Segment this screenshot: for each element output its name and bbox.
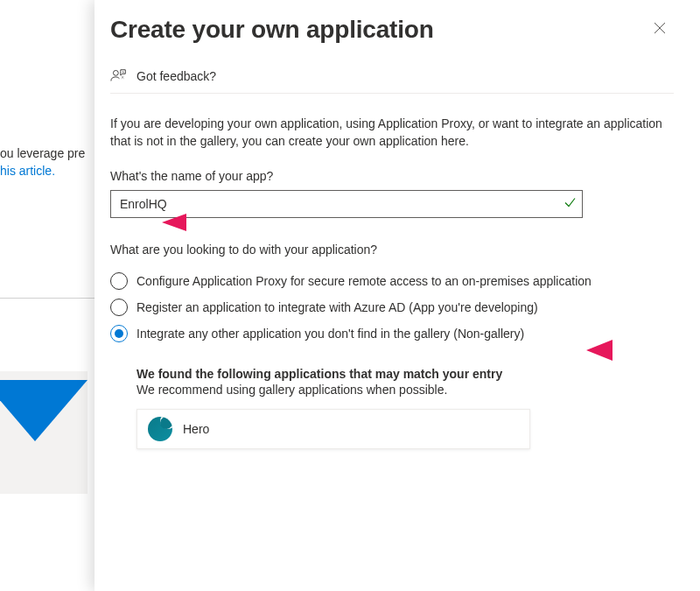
match-subtitle: We recommend using gallery applications … xyxy=(136,383,674,397)
background-tile-logo xyxy=(0,380,88,441)
app-name-input-wrap xyxy=(110,190,583,218)
background-text-line: ou leverage pre xyxy=(0,146,85,160)
panel-title: Create your own application xyxy=(110,16,434,44)
radio-register-app[interactable]: Register an application to integrate wit… xyxy=(110,299,674,316)
feedback-label: Got feedback? xyxy=(136,69,216,83)
purpose-radio-group: Configure Application Proxy for secure r… xyxy=(110,272,674,342)
checkmark-icon xyxy=(564,197,576,212)
background-content: ou leverage pre his article. xyxy=(0,0,101,591)
radio-non-gallery[interactable]: Integrate any other application you don'… xyxy=(110,325,674,342)
background-link[interactable]: his article. xyxy=(0,164,55,178)
create-app-panel: Create your own application Got feedback… xyxy=(94,0,700,591)
match-section: We found the following applications that… xyxy=(136,367,674,449)
hero-app-icon xyxy=(148,417,172,441)
radio-icon xyxy=(110,272,128,290)
radio-dot xyxy=(115,329,123,338)
purpose-label: What are you looking to do with your app… xyxy=(110,243,674,257)
intro-text: If you are developing your own applicati… xyxy=(110,115,674,150)
radio-label: Configure Application Proxy for secure r… xyxy=(136,274,592,288)
feedback-link[interactable]: Got feedback? xyxy=(110,68,674,94)
radio-icon xyxy=(110,299,128,316)
close-button[interactable] xyxy=(646,16,674,44)
app-name-label: What's the name of your app? xyxy=(110,169,674,183)
close-icon xyxy=(654,22,666,38)
radio-label: Integrate any other application you don'… xyxy=(136,327,524,341)
app-name-input[interactable] xyxy=(110,190,583,218)
background-text: ou leverage pre his article. xyxy=(0,144,85,179)
panel-header: Create your own application xyxy=(110,16,674,44)
feedback-icon xyxy=(110,68,128,84)
match-app-name: Hero xyxy=(183,422,209,436)
radio-label: Register an application to integrate wit… xyxy=(136,300,538,314)
svg-point-0 xyxy=(113,70,118,75)
background-divider xyxy=(0,298,101,299)
background-tile xyxy=(0,371,88,494)
match-title: We found the following applications that… xyxy=(136,367,674,381)
match-app-card[interactable]: Hero xyxy=(136,409,530,449)
radio-app-proxy[interactable]: Configure Application Proxy for secure r… xyxy=(110,272,674,290)
radio-icon-selected xyxy=(110,325,128,342)
